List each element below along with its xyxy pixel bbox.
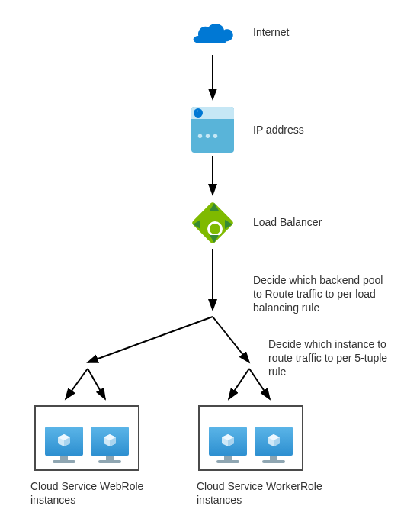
vm-icon — [45, 427, 83, 463]
svg-line-16 — [213, 317, 249, 362]
vm-icon — [91, 427, 129, 463]
ip-address-icon: ••• — [191, 107, 234, 153]
backend-pool-annotation: Decide which backend pool to Route traff… — [253, 273, 386, 315]
svg-line-15 — [88, 317, 213, 362]
vm-icon — [255, 427, 293, 463]
webrole-label: Cloud Service WebRole instances — [30, 479, 160, 507]
svg-line-18 — [88, 369, 105, 399]
cloud-icon — [190, 19, 236, 50]
load-balancer-icon — [191, 201, 234, 244]
workerrole-group — [198, 405, 303, 471]
lb-label: Load Balancer — [253, 216, 322, 228]
svg-line-19 — [229, 369, 249, 399]
workerrole-label: Cloud Service WorkerRole instances — [197, 479, 341, 507]
svg-line-20 — [249, 369, 270, 399]
webrole-group — [34, 405, 139, 471]
ip-label: IP address — [253, 124, 304, 136]
svg-line-17 — [66, 369, 88, 399]
five-tuple-annotation: Decide which instance to route traffic t… — [268, 337, 402, 379]
diagram-canvas: Internet ••• IP address Load Balancer De… — [0, 0, 420, 509]
internet-label: Internet — [253, 26, 289, 38]
vm-icon — [209, 427, 247, 463]
